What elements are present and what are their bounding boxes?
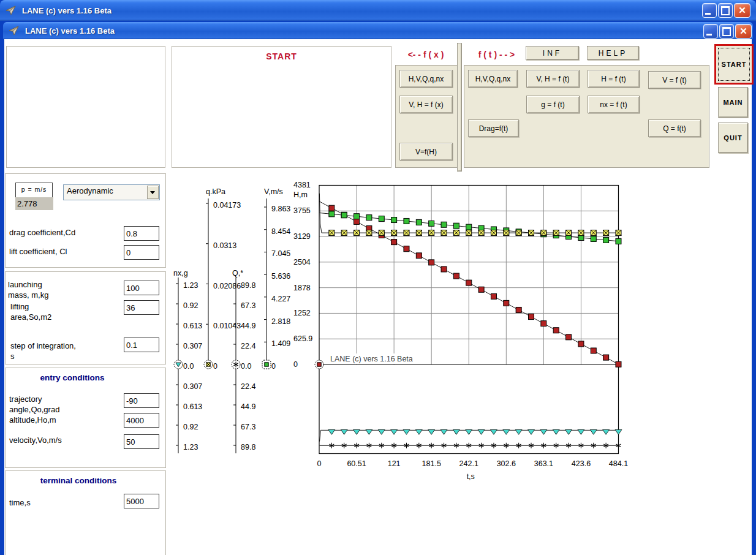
start-button-frame: START	[714, 44, 754, 85]
panel-divider	[457, 43, 462, 172]
svg-text:0.307: 0.307	[183, 342, 202, 350]
svg-text:t,s: t,s	[467, 472, 475, 481]
ft-heading: f ( t ) - - >	[467, 50, 526, 59]
child-titlebar[interactable]: LANE (c) vers 1.16 Beta ✕	[3, 22, 753, 39]
svg-text:4381: 4381	[293, 181, 311, 189]
child-close-button[interactable]: ✕	[735, 24, 752, 39]
svg-text:q.kPa: q.kPa	[206, 187, 225, 196]
svg-text:484.1: 484.1	[609, 459, 628, 468]
lane-application-window: LANE (c) vers 1.16 Beta ✕ LANE (c) vers …	[0, 0, 756, 555]
svg-text:0: 0	[293, 360, 298, 369]
ft-nx-button[interactable]: nx = f (t)	[588, 96, 640, 113]
svg-text:1.23: 1.23	[183, 443, 198, 451]
fx-panel: H,V,Q,q,nx V, H = f (x) V=f(H)	[395, 65, 458, 168]
svg-text:0: 0	[213, 362, 217, 371]
svg-text:0: 0	[317, 459, 322, 468]
svg-text:0.01043: 0.01043	[213, 322, 241, 330]
start-button[interactable]: START	[718, 48, 750, 81]
ft-v-button[interactable]: V = f (t)	[648, 71, 701, 89]
app-icon	[9, 25, 20, 36]
chevron-down-icon[interactable]	[147, 186, 159, 199]
svg-text:302.6: 302.6	[497, 459, 516, 468]
svg-text:423.6: 423.6	[572, 459, 591, 468]
svg-text:0.92: 0.92	[183, 423, 198, 431]
trajectory-angle-input[interactable]	[124, 393, 159, 408]
svg-text:67.3: 67.3	[241, 423, 255, 431]
fx-hvqqnx-button[interactable]: H,V,Q,q,nx	[399, 70, 453, 88]
svg-text:0.0313: 0.0313	[213, 241, 236, 250]
ft-h-button[interactable]: H = f (t)	[588, 70, 640, 88]
inf-button[interactable]: INF	[526, 46, 579, 60]
ft-vh-button[interactable]: V, H = f (t)	[526, 70, 580, 88]
svg-text:363.1: 363.1	[534, 459, 553, 468]
close-button[interactable]: ✕	[734, 3, 750, 18]
svg-text:0.04173: 0.04173	[213, 201, 241, 210]
pressure-unit-label: p = m/s	[15, 183, 53, 198]
model-select[interactable]: Aerodynamic	[63, 184, 160, 200]
svg-text:8.454: 8.454	[271, 227, 290, 236]
svg-text:nx,g: nx,g	[173, 269, 188, 278]
mass-input[interactable]	[124, 281, 159, 295]
status-caption: START	[172, 51, 391, 61]
svg-text:44.9: 44.9	[241, 402, 255, 411]
svg-text:0.0: 0.0	[183, 362, 194, 371]
svg-text:3755: 3755	[293, 206, 311, 215]
maximize-icon	[721, 6, 730, 15]
lifting-area-label: lifting area,So,m2	[10, 301, 51, 322]
minimize-button[interactable]	[702, 3, 717, 18]
svg-text:0.92: 0.92	[183, 301, 198, 310]
svg-text:0.0: 0.0	[241, 362, 251, 371]
svg-text:V,m/s: V,m/s	[264, 187, 283, 196]
time-input[interactable]	[124, 494, 159, 508]
velocity-input[interactable]	[124, 434, 159, 449]
svg-text:121: 121	[388, 459, 401, 468]
app-icon	[6, 5, 17, 16]
main-button[interactable]: MAIN	[718, 87, 748, 118]
svg-text:1878: 1878	[293, 284, 311, 292]
svg-text:LANE (c) vers 1.16 Beta: LANE (c) vers 1.16 Beta	[330, 355, 413, 363]
svg-text:7.045: 7.045	[271, 249, 290, 258]
svg-text:1.23: 1.23	[183, 281, 198, 290]
integration-step-input[interactable]	[124, 338, 159, 352]
svg-text:181.5: 181.5	[422, 459, 441, 468]
altitude-input[interactable]	[124, 413, 159, 428]
pressure-value: 2.778	[15, 197, 53, 210]
velocity-label: velocity,Vo,m/s	[9, 435, 62, 445]
svg-text:5.636: 5.636	[271, 272, 290, 281]
svg-text:1252: 1252	[293, 309, 311, 317]
help-button[interactable]: HELP	[587, 46, 639, 60]
close-icon: ✕	[736, 25, 751, 38]
minimize-icon	[705, 13, 711, 15]
svg-text:3129: 3129	[293, 232, 311, 241]
drag-coefficient-input[interactable]	[124, 226, 159, 241]
ft-g-button[interactable]: g = f (t)	[526, 96, 580, 113]
svg-text:2504: 2504	[293, 258, 311, 266]
message-panel	[6, 46, 165, 168]
svg-text:0: 0	[271, 362, 276, 371]
quit-button[interactable]: QUIT	[718, 123, 748, 153]
svg-text:0.613: 0.613	[183, 322, 202, 330]
lift-coefficient-label: lift coefficient, Cl	[9, 246, 67, 257]
child-maximize-button[interactable]	[719, 24, 734, 39]
lifting-area-input[interactable]	[124, 300, 159, 315]
svg-text:0.307: 0.307	[183, 382, 202, 391]
drag-coefficient-label: drag coefficient,Cd	[9, 227, 75, 238]
ft-hvqqnx-button[interactable]: H,V,Q,q,nx	[468, 70, 518, 88]
ft-drag-button[interactable]: Drag=f(t)	[468, 119, 519, 137]
svg-text:625.9: 625.9	[293, 334, 312, 343]
fx-vh-button[interactable]: V, H = f (x)	[399, 96, 453, 113]
child-minimize-button[interactable]	[703, 24, 718, 39]
minimize-icon	[706, 34, 712, 36]
fx-vfh-button[interactable]: V=f(H)	[399, 143, 453, 160]
time-label: time,s	[9, 497, 31, 508]
svg-text:22.4: 22.4	[241, 382, 255, 391]
lift-coefficient-input[interactable]	[124, 245, 159, 260]
close-icon: ✕	[735, 4, 750, 17]
model-select-value: Aerodynamic	[67, 186, 113, 195]
status-panel: START	[172, 46, 391, 168]
outer-titlebar[interactable]: LANE (c) vers 1.16 Beta ✕	[0, 0, 756, 21]
ft-q-button[interactable]: Q = f(t)	[648, 119, 701, 137]
maximize-button[interactable]	[718, 3, 733, 18]
svg-text:67.3: 67.3	[241, 301, 255, 310]
mass-label: launching mass, m,kg	[8, 279, 48, 300]
